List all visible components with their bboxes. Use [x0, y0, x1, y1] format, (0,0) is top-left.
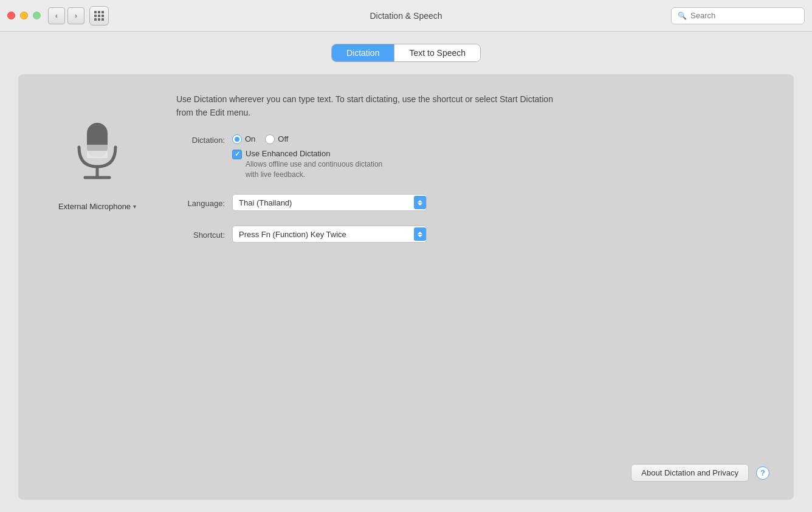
- about-privacy-button[interactable]: About Dictation and Privacy: [631, 464, 749, 482]
- shortcut-select[interactable]: Press Fn (Function) Key Twice: [232, 226, 427, 243]
- tab-bar: Dictation Text to Speech: [18, 44, 794, 62]
- language-label: Language:: [176, 198, 225, 208]
- shortcut-dropdown-arrow: [414, 227, 426, 241]
- mic-section: External Microphone ▾: [43, 92, 152, 452]
- radio-off-label: Off: [278, 134, 288, 144]
- shortcut-value: Press Fn (Function) Key Twice: [233, 230, 409, 239]
- dictation-label: Dictation:: [176, 134, 225, 145]
- radio-on-inner: [235, 137, 239, 142]
- radio-off-circle: [265, 134, 275, 144]
- tab-group: Dictation Text to Speech: [331, 44, 481, 62]
- checkmark-icon: ✓: [235, 151, 240, 157]
- search-bar[interactable]: 🔍: [671, 7, 805, 24]
- content-panel: External Microphone ▾ Use Dictation wher…: [18, 74, 794, 500]
- search-input[interactable]: [690, 11, 798, 20]
- panel-body: External Microphone ▾ Use Dictation wher…: [43, 92, 769, 452]
- enhanced-dictation-row: ✓ Use Enhanced Dictation Allows offline …: [232, 149, 382, 180]
- forward-button[interactable]: ›: [67, 7, 84, 24]
- shortcut-row: Shortcut: Press Fn (Function) Key Twice: [176, 226, 769, 243]
- radio-group: On Off: [232, 134, 382, 144]
- radio-on[interactable]: On: [232, 134, 255, 144]
- radio-on-circle: [232, 134, 242, 144]
- language-value: Thai (Thailand): [233, 198, 409, 207]
- description-text: Use Dictation wherever you can type text…: [176, 92, 553, 120]
- tab-text-to-speech[interactable]: Text to Speech: [394, 44, 480, 61]
- radio-off[interactable]: Off: [265, 134, 288, 144]
- back-icon: ‹: [55, 11, 58, 20]
- main-content: Dictation Text to Speech: [0, 32, 812, 512]
- nav-buttons: ‹ ›: [48, 7, 84, 24]
- shortcut-arrow-up-icon: [418, 232, 422, 234]
- help-button[interactable]: ?: [756, 466, 769, 480]
- back-button[interactable]: ‹: [48, 7, 65, 24]
- microphone-icon: [67, 117, 128, 192]
- grid-icon: [94, 11, 104, 21]
- shortcut-arrow-down-icon: [418, 235, 422, 237]
- microphone-label: External Microphone: [58, 202, 131, 211]
- language-dropdown-arrow: [414, 196, 426, 209]
- language-select[interactable]: Thai (Thailand): [232, 194, 427, 211]
- enhanced-dictation-label: Use Enhanced Dictation: [246, 149, 382, 158]
- arrow-up-icon: [418, 200, 422, 202]
- bottom-area: About Dictation and Privacy ?: [43, 452, 769, 482]
- dictation-controls: On Off ✓: [232, 134, 382, 180]
- enhanced-dictation-checkbox[interactable]: ✓: [232, 150, 242, 159]
- enhanced-dictation-sublabel: Allows offline use and continuous dictat…: [246, 159, 382, 180]
- enhanced-dictation-labels: Use Enhanced Dictation Allows offline us…: [246, 149, 382, 180]
- maximize-button[interactable]: [33, 12, 41, 19]
- dictation-row: Dictation: On Off: [176, 134, 769, 180]
- traffic-lights: [7, 12, 41, 19]
- arrow-down-icon: [418, 203, 422, 206]
- minimize-button[interactable]: [20, 12, 28, 19]
- microphone-chevron-icon: ▾: [133, 203, 136, 210]
- controls-section: Use Dictation wherever you can type text…: [176, 92, 769, 452]
- search-icon: 🔍: [678, 12, 687, 20]
- close-button[interactable]: [7, 12, 15, 19]
- forward-icon: ›: [75, 11, 77, 20]
- radio-on-label: On: [245, 134, 255, 144]
- title-bar: ‹ › Dictation & Speech 🔍: [0, 0, 812, 32]
- language-row: Language: Thai (Thailand): [176, 194, 769, 211]
- microphone-dropdown[interactable]: External Microphone ▾: [58, 202, 136, 211]
- shortcut-label: Shortcut:: [176, 229, 225, 240]
- tab-dictation[interactable]: Dictation: [332, 44, 394, 61]
- window-title: Dictation & Speech: [370, 11, 442, 21]
- grid-view-button[interactable]: [89, 6, 109, 26]
